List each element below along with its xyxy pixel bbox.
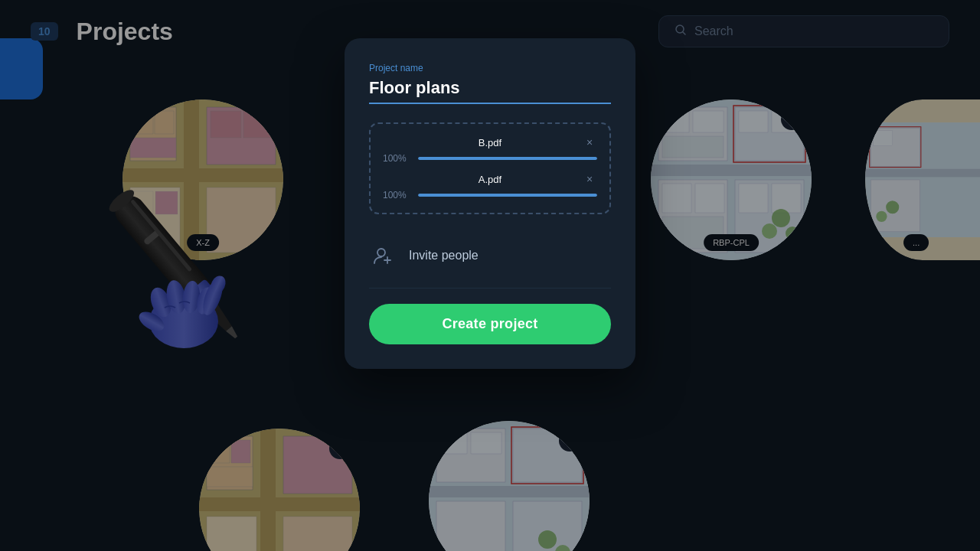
create-project-modal: Project name B.pdf × 100% xyxy=(345,38,635,369)
file-item: B.pdf × 100% xyxy=(383,136,597,164)
project-name-label: Project name xyxy=(369,63,611,73)
file-item: A.pdf × 100% xyxy=(383,173,597,201)
modal-overlay: Project name B.pdf × 100% xyxy=(0,0,980,551)
invite-people-icon xyxy=(369,242,397,269)
invite-row[interactable]: Invite people xyxy=(369,230,611,289)
file-name: A.pdf xyxy=(398,174,582,185)
progress-bar-track xyxy=(418,157,597,160)
file-close-button[interactable]: × xyxy=(582,173,597,185)
progress-bar-fill xyxy=(418,157,597,160)
svg-point-90 xyxy=(377,249,385,256)
file-close-button[interactable]: × xyxy=(582,136,597,148)
progress-bar-fill xyxy=(418,194,597,197)
file-name: B.pdf xyxy=(398,137,582,148)
file-percent: 100% xyxy=(383,153,410,164)
invite-people-label: Invite people xyxy=(409,249,479,262)
create-project-button[interactable]: Create project xyxy=(369,304,611,344)
file-percent: 100% xyxy=(383,190,410,201)
project-name-input[interactable] xyxy=(369,78,611,104)
progress-bar-track xyxy=(418,194,597,197)
file-upload-area[interactable]: B.pdf × 100% A.pdf × 100% xyxy=(369,122,611,214)
